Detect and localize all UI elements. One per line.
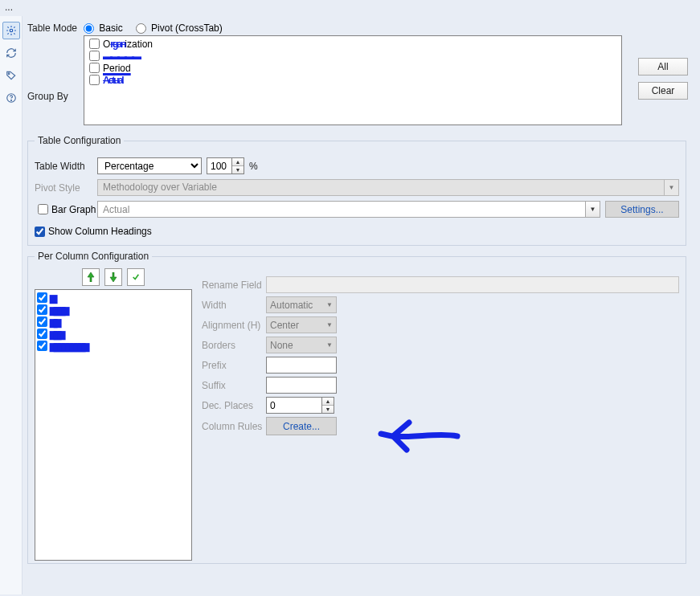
radio-pivot[interactable] [136,23,146,34]
move-up-button[interactable] [82,268,100,286]
show-headings-label: Show Column Headings [48,226,152,237]
table-configuration-group: Table Configuration Table Width Percenta… [27,135,686,246]
alignment-label: Alignment (H) [202,320,266,331]
move-down-button[interactable] [104,268,122,286]
group-by-list[interactable]: Organization ▬▬▬▬▬ Period Actual [84,35,622,125]
vertical-toolbar [0,16,23,594]
table-mode-label: Table Mode [27,22,84,34]
show-headings-checkbox[interactable] [35,227,45,237]
dec-places-input[interactable] [266,397,322,414]
list-item[interactable]: ▆▆▆ [37,328,190,340]
list-item[interactable]: ▆▆▆▆▆▆▆▆▆ [37,340,190,352]
clear-button[interactable]: Clear [638,82,688,100]
group-by-checkbox[interactable] [89,51,100,61]
group-by-item[interactable]: Actual [89,74,616,86]
settings-button[interactable]: Settings... [605,201,679,218]
create-button[interactable]: Create... [266,417,337,435]
suffix-input[interactable] [266,377,337,394]
spin-up-icon[interactable]: ▲ [232,158,244,166]
svg-point-3 [10,100,11,100]
chevron-down-icon: ▼ [326,341,333,349]
list-checkbox[interactable] [37,316,47,327]
table-width-select[interactable]: Percentage [97,157,202,174]
group-by-item[interactable]: ▬▬▬▬▬ [89,50,616,62]
group-by-checkbox[interactable] [89,39,100,49]
list-checkbox[interactable] [37,341,47,351]
spin-up-icon[interactable]: ▲ [322,398,334,406]
check-button[interactable] [127,268,145,286]
percent-symbol: % [249,161,258,172]
suffix-label: Suffix [202,380,266,391]
group-by-label: Group By [27,91,84,102]
chevron-down-icon: ▼ [326,301,333,308]
dec-places-label: Dec. Places [202,400,266,411]
prefix-label: Prefix [202,360,266,371]
bar-graph-label: Bar Graph [51,204,96,215]
chevron-down-icon[interactable]: ▼ [586,201,600,218]
rename-input[interactable] [266,276,679,293]
group-by-checkbox[interactable] [89,75,100,85]
title-ellipsis: ... [5,2,13,13]
refresh-icon[interactable] [2,44,20,62]
prefix-input[interactable] [266,357,337,374]
bar-graph-checkbox[interactable] [38,204,48,214]
pivot-style-select: Methodology over Variable [97,179,665,196]
tag-icon[interactable] [2,67,20,84]
gear-icon[interactable] [2,22,20,39]
spin-down-icon[interactable]: ▼ [322,406,334,413]
svg-point-1 [8,73,10,75]
list-item[interactable]: ▆▆ [37,316,190,328]
pivot-style-label: Pivot Style [35,182,97,194]
all-button[interactable]: All [638,58,688,76]
column-rules-label: Column Rules [202,421,266,432]
radio-basic[interactable] [84,23,94,34]
radio-pivot-label: Pivot (CrossTab) [151,22,223,34]
table-width-label: Table Width [35,161,97,172]
list-item[interactable]: ▆▆▆▆ [37,304,190,316]
group-by-item[interactable]: Organization [89,38,616,50]
group-by-checkbox[interactable] [89,63,100,73]
width-select[interactable]: Automatic▼ [266,296,337,313]
per-column-legend: Per Column Configuration [35,251,152,262]
width-label: Width [202,300,266,311]
spin-down-icon[interactable]: ▼ [232,166,244,173]
borders-label: Borders [202,340,266,351]
list-checkbox[interactable] [37,292,47,303]
bar-graph-select[interactable]: Actual [97,201,586,218]
list-checkbox[interactable] [37,329,47,339]
table-configuration-legend: Table Configuration [35,135,124,146]
svg-point-0 [10,29,13,32]
borders-select[interactable]: None▼ [266,337,337,353]
rename-label: Rename Field [202,280,266,291]
list-checkbox[interactable] [37,304,47,315]
per-column-group: Per Column Configuration ▆ ▆▆▆▆ [27,251,686,564]
list-item[interactable]: ▆ [37,292,190,304]
chevron-down-icon: ▼ [665,179,679,196]
alignment-select[interactable]: Center▼ [266,316,337,333]
help-icon[interactable] [2,89,20,107]
group-by-item[interactable]: Period [89,62,616,74]
column-list[interactable]: ▆ ▆▆▆▆ ▆▆ ▆▆▆ ▆▆▆▆▆▆▆▆▆ [35,289,192,561]
table-width-value[interactable] [207,157,232,174]
chevron-down-icon: ▼ [326,321,333,329]
radio-basic-label: Basic [99,22,122,34]
